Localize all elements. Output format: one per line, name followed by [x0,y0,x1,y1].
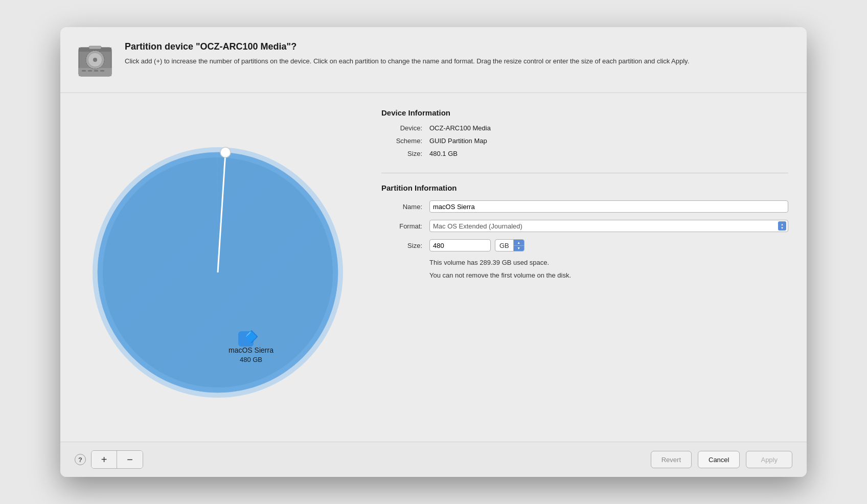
footer-right: Revert Cancel Apply [651,451,792,468]
svg-text:macOS Sierra: macOS Sierra [229,346,273,354]
cancel-button[interactable]: Cancel [698,451,740,468]
partition-info-title: Partition Information [381,184,788,192]
revert-button[interactable]: Revert [651,451,692,468]
remove-partition-button[interactable]: − [117,451,143,468]
format-label: Format: [381,222,422,230]
svg-text:🔷: 🔷 [244,330,259,343]
help-button[interactable]: ? [75,454,86,465]
svg-text:480 GB: 480 GB [240,356,262,363]
svg-rect-8 [88,70,92,72]
svg-rect-10 [100,70,104,72]
device-row: Device: OCZ-ARC100 Media [381,124,788,132]
main-content: 🔷 macOS Sierra 480 GB Device Information… [60,93,807,442]
svg-rect-9 [94,70,98,72]
pie-container: 🔷 macOS Sierra 480 GB [85,137,351,403]
format-field-row: Format: Mac OS Extended (Journaled) Mac … [381,220,788,232]
unit-arrows [514,240,524,251]
used-space-note: This volume has 289.39 GB used space. [429,259,788,266]
unit-down-button[interactable] [514,246,524,251]
device-size-value: 480.1 GB [429,150,458,157]
dialog-header: Partition device "OCZ-ARC100 Media"? Cli… [60,27,807,93]
device-size-row: Size: 480.1 GB [381,150,788,157]
device-value: OCZ-ARC100 Media [429,124,491,132]
footer-left: ? + − [75,450,651,469]
svg-point-5 [93,58,97,62]
unit-stepper[interactable]: GB [495,239,524,251]
svg-rect-7 [82,70,86,72]
partition-info-section: Partition Information Name: Format: Mac … [381,184,788,284]
partition-name-input[interactable] [429,200,788,213]
add-partition-button[interactable]: + [92,451,117,468]
device-size-label: Size: [381,150,422,157]
size-field-row: Size: GB [381,239,788,251]
size-label: Size: [381,242,422,249]
partition-dialog: Partition device "OCZ-ARC100 Media"? Cli… [60,27,807,477]
disk-icon [75,41,116,82]
add-remove-group: + − [91,450,143,469]
header-text: Partition device "OCZ-ARC100 Media"? Cli… [125,41,788,66]
section-divider [381,173,788,173]
partition-size-input[interactable] [429,239,491,251]
partition-pie-chart: 🔷 macOS Sierra 480 GB [85,137,351,403]
remove-note: You can not remove the first volume on t… [429,271,788,279]
format-select[interactable]: Mac OS Extended (Journaled) Mac OS Exten… [429,220,788,232]
dialog-title: Partition device "OCZ-ARC100 Media"? [125,41,788,52]
device-info-title: Device Information [381,108,788,117]
apply-button[interactable]: Apply [746,451,792,468]
chart-area: 🔷 macOS Sierra 480 GB [75,108,361,431]
device-info-section: Device Information Device: OCZ-ARC100 Me… [381,108,788,163]
scheme-label: Scheme: [381,137,422,145]
scheme-value: GUID Partition Map [429,137,487,145]
format-select-wrapper: Mac OS Extended (Journaled) Mac OS Exten… [429,220,788,232]
device-label: Device: [381,124,422,132]
svg-rect-11 [89,46,101,49]
dialog-footer: ? + − Revert Cancel Apply [60,442,807,477]
unit-label: GB [495,240,514,251]
name-field-row: Name: [381,200,788,213]
dialog-description: Click add (+) to increase the number of … [125,56,788,66]
svg-point-18 [220,147,231,157]
name-label: Name: [381,203,422,211]
info-area: Device Information Device: OCZ-ARC100 Me… [381,108,788,431]
unit-up-button[interactable] [514,240,524,246]
scheme-row: Scheme: GUID Partition Map [381,137,788,145]
